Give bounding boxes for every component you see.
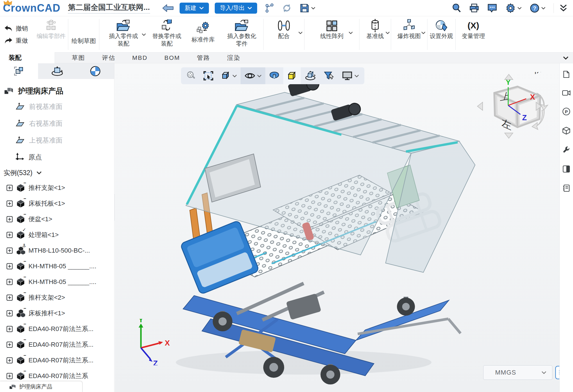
app-logo[interactable]: CrownCAD [3,3,60,13]
standard-library-button[interactable]: 标准件库 [186,17,220,52]
wrench-tools-icon[interactable] [562,146,570,154]
new-button[interactable]: 新建 [180,3,209,14]
tree-item[interactable]: ✓ 处理箱<1> [0,227,114,243]
tab-mbd[interactable]: MBD [132,54,148,61]
annotation-note-button[interactable] [555,366,559,379]
undo-button[interactable]: 撤销 [4,24,30,33]
expand-plus-icon[interactable] [6,185,13,191]
print-icon[interactable] [469,3,479,13]
viewcube-arrow-down[interactable] [505,133,513,138]
expand-plus-icon[interactable] [6,263,13,269]
tree-item[interactable]: – 推杆支架<2> [0,290,114,305]
tree-item[interactable]: – 便盆<1> [0,211,114,227]
datum-line-button[interactable]: 基准线 [359,17,391,52]
view-orientation-button[interactable] [217,67,241,84]
version-branch-icon[interactable] [265,3,274,13]
linear-pattern-button[interactable]: 线性阵列 [305,17,359,52]
isolate-component-button[interactable] [283,67,301,84]
viewport-3d[interactable]: 上 左 前 Y X Z [115,63,559,392]
component-box-icon[interactable] [562,127,570,135]
view-cube[interactable]: 上 左 前 Y X Z [474,72,555,142]
tree-item[interactable]: – 推杆支架<1> [0,180,114,196]
chevron-down-icon[interactable] [142,33,146,36]
tree-item[interactable]: – KH-MTH8-05 ______.... [0,274,114,290]
expand-plus-icon[interactable] [6,341,13,348]
tab-sketch[interactable]: 草图 [72,54,85,62]
tree-item[interactable]: – EDA40-R07前法兰系... [0,353,114,368]
back-arrow-icon[interactable] [162,4,174,12]
expand-plus-icon[interactable] [6,247,13,254]
tab-evaluate[interactable]: 评估 [102,54,115,62]
help-icon[interactable]: ? [530,3,545,13]
chevron-down-icon[interactable] [421,32,425,34]
selection-filter-button[interactable] [320,67,338,84]
tabs-expand-chevron-icon[interactable] [563,56,568,60]
edit-component-button[interactable]: 编辑零部件 [34,17,68,52]
expand-plus-icon[interactable] [6,310,13,317]
chevron-down-icon[interactable] [257,75,262,77]
expand-plus-icon[interactable] [6,373,13,379]
collapse-double-chevron-icon[interactable] [559,4,568,12]
viewcube-arrow-up[interactable] [505,74,513,80]
replace-part-button[interactable]: 替换零件或 装配 [148,17,186,52]
chevron-down-icon[interactable] [518,7,522,9]
expand-plus-icon[interactable] [6,232,13,238]
panel-tab-display-states[interactable] [76,63,114,79]
parameter-p-icon[interactable]: P [562,107,570,116]
zoom-search-button[interactable] [183,67,200,84]
tree-item-origin[interactable]: 原点 [0,149,114,166]
expand-plus-icon[interactable] [6,294,13,301]
layout-split-icon[interactable] [562,165,570,173]
chevron-down-icon[interactable] [541,7,545,9]
documents-icon[interactable] [562,70,570,78]
save-icon[interactable] [300,3,315,13]
viewcube-arrow-left[interactable] [477,102,483,110]
tree-item[interactable]: – 床板托板<1> [0,196,114,211]
tree-item-right-plane[interactable]: 右视基准面 [0,115,114,132]
chevron-down-icon[interactable] [349,32,353,34]
tree-item[interactable]: ⚓ MTH8-L10-500-BC-... [0,243,114,258]
chevron-down-icon[interactable] [232,75,237,77]
set-appearance-button[interactable]: 设置外观 [427,17,455,52]
tree-root[interactable]: 护理病床产品 [0,84,114,98]
draw-sketch-button[interactable]: 绘制草图 [68,17,99,52]
variable-manage-button[interactable]: (X) 变量管理 [456,17,491,52]
tab-assembly[interactable]: 装配 [0,52,55,63]
message-icon[interactable] [487,3,497,13]
redo-button[interactable]: 重做 [4,37,30,45]
expand-plus-icon[interactable] [6,216,13,222]
tree-instances-header[interactable]: 实例(532) [0,166,114,180]
expand-plus-icon[interactable] [6,357,13,364]
insert-part-button[interactable]: 插入零件或 装配 [99,17,148,52]
chevron-down-icon[interactable] [298,32,302,34]
exploded-view-button[interactable]: 爆炸视图 [391,17,427,52]
tree-item[interactable]: – KH-MTH8-05 ______.... [0,258,114,274]
mate-button[interactable]: 配合 [264,17,304,52]
settings-gear-icon[interactable] [505,3,522,13]
sync-icon[interactable] [282,3,292,13]
panel-tab-motion[interactable] [38,63,76,79]
tab-render[interactable]: 渲染 [227,54,241,62]
tree-item-front-plane[interactable]: 前视基准面 [0,98,114,115]
tree-item[interactable]: – EDA40-R07前法兰系... [0,321,114,337]
tab-piping[interactable]: 管路 [197,54,210,62]
expand-plus-icon[interactable] [6,200,13,207]
screen-display-button[interactable] [338,67,363,84]
journal-notebook-icon[interactable] [562,184,570,192]
section-view-button[interactable] [265,67,283,84]
insert-parametric-button[interactable]: 插入参数化 零件 [220,17,263,52]
units-dropdown[interactable]: MMGS [483,365,552,380]
chevron-down-icon[interactable] [354,75,359,77]
turntable-rotate-button[interactable] [301,67,320,84]
expand-plus-icon[interactable] [6,279,13,285]
panel-tab-structure[interactable] [0,63,38,79]
tree-item-top-plane[interactable]: 上视基准面 [0,132,114,149]
search-icon[interactable] [452,3,461,13]
chevron-down-icon[interactable] [311,7,315,9]
import-export-button[interactable]: 导入/导出 [215,3,257,14]
tree-item[interactable]: – 床板推杆<1> [0,305,114,321]
visibility-button[interactable] [241,67,265,84]
video-camera-icon[interactable] [562,89,571,96]
expand-plus-icon[interactable] [6,326,13,332]
chevron-down-icon[interactable] [386,32,390,34]
